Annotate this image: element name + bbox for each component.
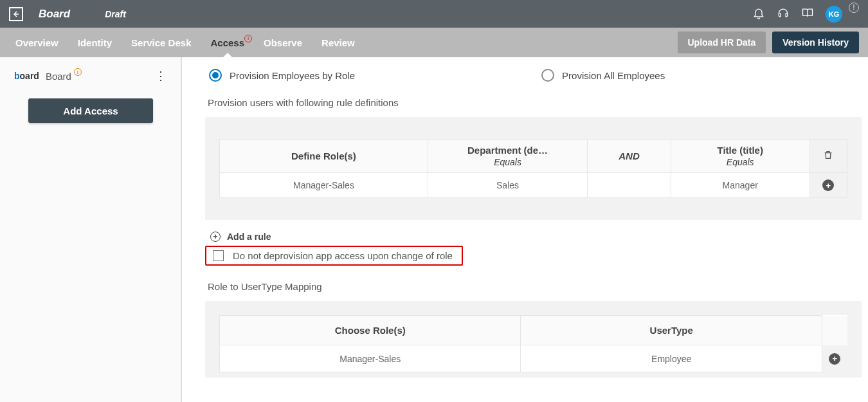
col-choose-role: Choose Role(s) — [220, 316, 521, 345]
table-header-row: Define Role(s) Department (de… Equals AN… — [220, 140, 847, 173]
rules-card: Define Role(s) Department (de… Equals AN… — [205, 117, 862, 220]
add-rule-button[interactable]: + Add a rule — [210, 232, 862, 242]
upload-hr-data-button[interactable]: Upload HR Data — [678, 32, 766, 53]
cell-usertype[interactable]: Employee — [521, 345, 822, 372]
tab-observe[interactable]: Observe — [264, 37, 302, 48]
bell-icon[interactable] — [752, 6, 765, 21]
warning-icon: ! — [74, 68, 82, 76]
deprovision-checkbox-row: Do not deprovision app access upon chang… — [205, 246, 463, 266]
cell-and — [588, 173, 671, 198]
app-logo: board — [14, 71, 39, 81]
col-and: AND — [588, 140, 671, 173]
sidebar-app-name: Board — [46, 71, 71, 82]
info-icon[interactable]: ! — [849, 3, 859, 13]
trash-icon[interactable] — [823, 150, 833, 160]
tab-access-label: Access — [210, 37, 244, 48]
col-title-label: Title (title) — [718, 145, 763, 156]
col-delete — [809, 140, 847, 173]
tab-service-desk[interactable]: Service Desk — [131, 37, 191, 48]
tab-access[interactable]: Access ! — [210, 37, 244, 48]
radio-icon — [209, 69, 222, 82]
col-title: Title (title) Equals — [671, 140, 809, 173]
rules-table: Define Role(s) Department (de… Equals AN… — [219, 139, 847, 198]
plus-circle-outline-icon: + — [210, 232, 221, 242]
radio-label: Provision Employees by Role — [230, 70, 355, 81]
status-badge: Draft — [105, 9, 126, 19]
avatar[interactable]: KG — [826, 6, 842, 23]
add-access-button[interactable]: Add Access — [28, 98, 153, 123]
table-row: Manager-Sales Employee + — [220, 345, 847, 372]
tab-review[interactable]: Review — [321, 37, 355, 48]
topbar-right: KG ! — [752, 6, 859, 23]
sidebar: board Board ! ⋮ Add Access — [0, 57, 181, 402]
sidebar-app[interactable]: board Board ! ⋮ — [14, 69, 167, 83]
table-header-row: Choose Role(s) UserType — [220, 316, 847, 345]
cell-dept[interactable]: Sales — [428, 173, 587, 198]
col-department-label: Department (de… — [467, 145, 548, 156]
col-spacer — [822, 316, 847, 345]
col-department-op: Equals — [435, 157, 581, 167]
tab-identity[interactable]: Identity — [78, 37, 112, 48]
rules-section-label: Provision users with following rule defi… — [208, 97, 862, 108]
version-history-button[interactable]: Version History — [772, 32, 859, 53]
col-title-op: Equals — [678, 157, 803, 167]
topbar-left: Board Draft — [9, 7, 126, 21]
cell-add: + — [809, 173, 847, 198]
headset-icon[interactable] — [777, 6, 790, 21]
deprovision-checkbox-label: Do not deprovision app access upon chang… — [233, 250, 453, 261]
table-row: Manager-Sales Sales Manager + — [220, 173, 847, 198]
plus-icon[interactable]: + — [822, 179, 834, 191]
cell-role[interactable]: Manager-Sales — [220, 173, 428, 198]
cell-role[interactable]: Manager-Sales — [220, 345, 521, 372]
plus-icon[interactable]: + — [829, 353, 840, 365]
tab-overview[interactable]: Overview — [15, 37, 59, 48]
topbar: Board Draft KG ! — [0, 0, 868, 28]
cell-title[interactable]: Manager — [671, 173, 809, 198]
radio-label: Provision All Employees — [562, 70, 665, 81]
body: board Board ! ⋮ Add Access Provision Emp… — [0, 57, 868, 402]
radio-icon — [541, 69, 554, 82]
provision-mode-radios: Provision Employees by Role Provision Al… — [209, 69, 862, 82]
deprovision-checkbox[interactable] — [213, 250, 224, 261]
back-arrow-icon — [12, 10, 20, 18]
mapping-table: Choose Role(s) UserType Manager-Sales Em… — [219, 315, 847, 372]
col-define-role: Define Role(s) — [220, 140, 428, 173]
mapping-section-label: Role to UserType Mapping — [208, 281, 862, 292]
subnav-tabs: Overview Identity Service Desk Access ! … — [15, 37, 355, 48]
col-department: Department (de… Equals — [428, 140, 587, 173]
cell-add: + — [822, 345, 847, 372]
alert-icon: ! — [244, 35, 252, 42]
page-title: Board — [39, 8, 70, 21]
subnav: Overview Identity Service Desk Access ! … — [0, 28, 868, 57]
subnav-actions: Upload HR Data Version History — [678, 32, 860, 53]
main: Provision Employees by Role Provision Al… — [181, 57, 868, 402]
col-usertype: UserType — [521, 316, 822, 345]
mapping-card: Choose Role(s) UserType Manager-Sales Em… — [205, 301, 862, 378]
radio-provision-by-role[interactable]: Provision Employees by Role — [209, 69, 355, 82]
book-icon[interactable] — [801, 6, 814, 21]
back-button[interactable] — [9, 7, 23, 21]
more-icon[interactable]: ⋮ — [155, 69, 167, 83]
radio-provision-all[interactable]: Provision All Employees — [541, 69, 665, 82]
add-rule-label: Add a rule — [227, 232, 271, 242]
